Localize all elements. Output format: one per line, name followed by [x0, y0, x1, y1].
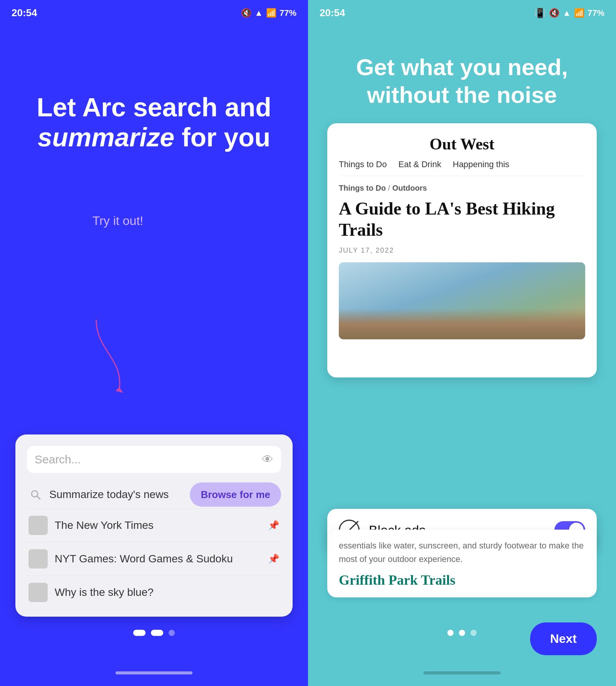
- search-icon: [28, 488, 42, 502]
- signal-icon-right: 📶: [574, 8, 584, 18]
- nyt-thumbnail: [28, 516, 48, 535]
- try-it-out-arrow: [89, 320, 135, 397]
- dot-r-2: [459, 630, 465, 636]
- article-breadcrumb: Things to Do / Outdoors: [339, 184, 585, 193]
- dot-2: [151, 630, 163, 636]
- eye-icon: 👁: [262, 453, 273, 466]
- pin-icon[interactable]: 📌: [268, 553, 280, 564]
- next-button[interactable]: Next: [530, 622, 597, 655]
- nav-item-things[interactable]: Things to Do: [339, 159, 387, 169]
- list-item[interactable]: Why is the sky blue?: [27, 576, 281, 609]
- nav-item-happening[interactable]: Happening this: [453, 159, 509, 169]
- left-headline: Let Arc search and summarize for you: [13, 92, 295, 152]
- search-input[interactable]: Search...: [35, 453, 262, 466]
- try-it-out-label: Try it out!: [92, 214, 143, 228]
- dot-3: [169, 630, 175, 636]
- dot-r-3: [470, 630, 477, 636]
- sky-text: Why is the sky blue?: [55, 586, 280, 599]
- search-input-row[interactable]: Search... 👁: [27, 446, 281, 473]
- hills-overlay: [339, 309, 585, 339]
- article-body-text: essentials like water, sunscreen, and st…: [339, 539, 585, 566]
- svg-line-2: [37, 496, 40, 499]
- svg-marker-0: [116, 387, 123, 393]
- page-dots-left: [133, 630, 175, 636]
- sky-thumbnail: [28, 583, 48, 602]
- battery-right: 77%: [588, 8, 604, 18]
- article-hero-image: [339, 262, 585, 339]
- wifi-icon: ▲: [254, 8, 263, 18]
- status-bar-right: 20:54 📳 🔇 ▲ 📶 77%: [308, 0, 616, 23]
- browse-for-me-button[interactable]: Browse for me: [190, 483, 281, 507]
- article-text-section: essentials like water, sunscreen, and st…: [327, 530, 597, 597]
- right-headline-text: Get what you need, without the noise: [339, 54, 585, 109]
- nyt-games-thumbnail: [28, 549, 48, 569]
- right-headline: Get what you need, without the noise: [308, 54, 616, 109]
- nyt-games-text: NYT Games: Word Games & Sudoku: [55, 553, 268, 565]
- nav-item-eat[interactable]: Eat & Drink: [398, 159, 441, 169]
- time-right: 20:54: [320, 7, 345, 19]
- home-bar-left: [116, 671, 192, 674]
- article-title: A Guide to LA's Best Hiking Trails: [339, 198, 585, 240]
- list-item[interactable]: Summarize today's news Browse for me: [27, 481, 281, 509]
- dot-1: [133, 630, 146, 636]
- list-item[interactable]: NYT Games: Word Games & Sudoku 📌: [27, 542, 281, 576]
- status-icons-right: 📳 🔇 ▲ 📶 77%: [534, 8, 604, 18]
- vibration-icon: 📳: [534, 8, 546, 18]
- pin-icon[interactable]: 📌: [268, 520, 280, 531]
- mute-icon: 🔇: [241, 8, 251, 18]
- card-fade: [327, 347, 597, 377]
- home-bar-right: [424, 671, 500, 674]
- left-headline-text: Let Arc search and summarize for you: [37, 92, 271, 152]
- time-left: 20:54: [12, 7, 37, 19]
- battery-left: 77%: [280, 8, 296, 18]
- article-date: JULY 17, 2022: [339, 247, 585, 255]
- status-icons-left: 🔇 ▲ 📶 77%: [241, 8, 296, 18]
- nyt-text: The New York Times: [55, 519, 268, 532]
- signal-icon: 📶: [266, 8, 276, 18]
- mute-icon-right: 🔇: [549, 8, 559, 18]
- article-section-title: Griffith Park Trails: [339, 572, 585, 588]
- article-site-name: Out West: [339, 135, 585, 153]
- dot-r-1: [447, 630, 454, 636]
- article-nav: Things to Do Eat & Drink Happening this: [339, 159, 585, 176]
- list-item[interactable]: The New York Times 📌: [27, 509, 281, 542]
- search-card: Search... 👁 Summarize today's news Brows…: [15, 434, 293, 617]
- status-bar-left: 20:54 🔇 ▲ 📶 77%: [0, 0, 308, 23]
- article-card: Out West Things to Do Eat & Drink Happen…: [327, 123, 597, 377]
- left-panel: 20:54 🔇 ▲ 📶 77% Let Arc search and summa…: [0, 0, 308, 686]
- wifi-icon-right: ▲: [562, 8, 571, 18]
- page-dots-right: [447, 630, 477, 636]
- right-panel: 20:54 📳 🔇 ▲ 📶 77% Get what you need, wit…: [308, 0, 616, 686]
